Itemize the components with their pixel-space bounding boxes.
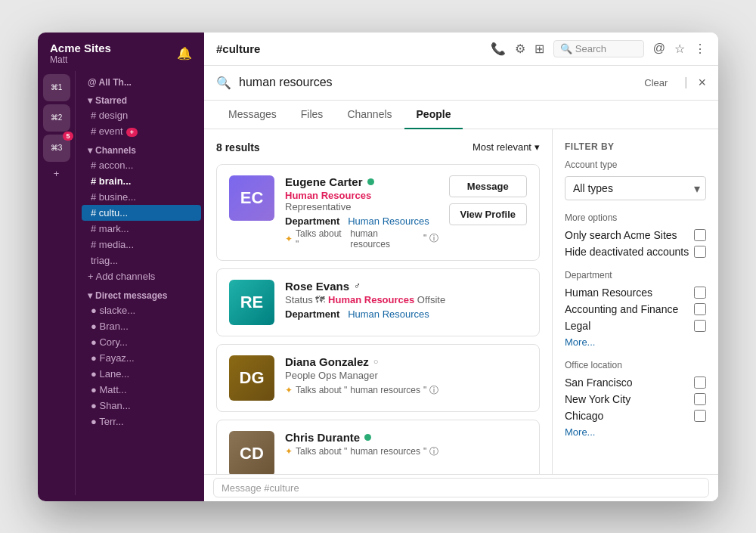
dept-af-label: Accounting and Finance [565,303,678,315]
loc-nyc-label: New York City [565,393,631,405]
search-close-button[interactable]: × [698,75,706,91]
dept-hr-checkbox[interactable] [694,287,706,299]
tab-people[interactable]: People [404,101,463,129]
avatar-cd: CD [229,431,274,474]
sidebar: Acme Sites Matt 🔔 ⌘1 ⌘2 ⌘35 + @ All Th..… [38,33,204,501]
header-search-bar[interactable]: 🔍 Search [553,40,644,57]
loc-chi-row: Chicago [565,410,706,422]
at-icon[interactable]: @ [653,42,665,55]
main-area: #culture 📞 ⚙ ⊞ 🔍 Search @ ☆ ⋮ [204,33,718,501]
workspace-icon-3[interactable]: ⌘35 [43,135,70,162]
only-search-row: Only search Acme Sites [565,229,706,241]
channel-triag[interactable]: triag... [82,253,201,268]
workspace-header: Acme Sites Matt 🔔 [38,39,204,71]
dm-bran[interactable]: ● Bran... [82,318,201,334]
search-clear-button[interactable]: Clear [638,77,674,88]
person-name-dg: Diana Gonzalez [285,355,369,368]
talks-link-ec[interactable]: human resources [350,228,420,249]
message-bar: Message #culture [204,474,718,501]
dept-legal-checkbox[interactable] [694,320,706,332]
account-type-select-wrapper: All types Member Guest ▾ [565,176,706,200]
online-status-cd [364,434,371,441]
tab-channels[interactable]: Channels [335,101,404,129]
add-channel-button[interactable]: + Add channels [79,268,204,284]
dept-value-re[interactable]: Human Resources [348,308,429,320]
workspace-icon-2[interactable]: ⌘2 [43,104,70,132]
only-search-checkbox[interactable] [694,229,706,241]
loc-chi-checkbox[interactable] [694,410,706,422]
channel-busine[interactable]: # busine... [82,189,201,205]
person-actions-ec: Message View Profile [449,175,527,225]
channel-brain[interactable]: # brain... [82,173,201,189]
all-threads-label[interactable]: @ All Th... [79,71,204,89]
workspace-icon-1[interactable]: ⌘1 [43,74,70,101]
talks-about-dg: ✦ Talks about "human resources" ⓘ [285,384,527,397]
tab-messages[interactable]: Messages [216,101,289,129]
filter-title: Filter by [565,141,706,152]
loc-sf-label: San Francisco [565,377,632,389]
starred-section-label[interactable]: ▾ Starred [79,89,204,107]
dm-lane[interactable]: ● Lane... [82,366,201,382]
dm-matt[interactable]: ● Matt... [82,382,201,398]
account-type-select[interactable]: All types Member Guest [565,176,706,200]
dept-hr-label: Human Resources [565,287,652,299]
channel-mark[interactable]: # mark... [82,221,201,237]
header-icons: 📞 ⚙ ⊞ 🔍 Search @ ☆ ⋮ [491,40,706,57]
talks-link-dg[interactable]: human resources [350,385,420,395]
hide-deactivated-checkbox[interactable] [694,246,706,258]
dm-slacke[interactable]: ● slacke... [82,302,201,318]
loc-nyc-checkbox[interactable] [694,393,706,405]
view-profile-button-ec[interactable]: View Profile [449,203,527,225]
tab-files[interactable]: Files [289,101,336,129]
star-icon[interactable]: ☆ [674,42,685,56]
sort-select[interactable]: Most relevant ▾ [472,141,540,153]
workspace-user: Matt [50,54,111,65]
gear-icon[interactable]: ⚙ [515,42,525,56]
channel-title: #culture [216,42,260,55]
dm-shan[interactable]: ● Shan... [82,398,201,414]
channel-accon[interactable]: # accon... [82,157,201,173]
person-card-dg: DG Diana Gonzalez ○ People Ops Manager [216,344,540,412]
account-type-label: Account type [565,160,706,170]
more-options-label: More options [565,212,706,223]
person-info-ec: Eugene Carter Human Resources Representa… [285,175,438,249]
hide-deactivated-row: Hide deactivated accounts [565,246,706,258]
app-window: Acme Sites Matt 🔔 ⌘1 ⌘2 ⌘35 + @ All Th..… [38,33,718,501]
channel-list: @ All Th... ▾ Starred # design # event+ … [76,71,204,495]
talks-link-cd[interactable]: human resources [350,446,420,457]
person-name-cd: Chris Durante [285,431,360,444]
add-workspace-icon[interactable]: + [54,165,60,182]
layout-icon[interactable]: ⊞ [534,42,544,56]
bell-icon[interactable]: 🔔 [177,46,192,60]
status-emoji-re: 🗺 [315,294,325,305]
person-title-dg: People Ops Manager [285,370,527,381]
dept-more-link[interactable]: More... [565,336,706,348]
search-icon: 🔍 [560,43,572,54]
channel-events[interactable]: # event+ [82,123,201,139]
dm-section-label[interactable]: ▾ Direct messages [79,284,204,302]
more-options-section: More options Only search Acme Sites Hide… [565,212,706,258]
message-button-ec[interactable]: Message [449,175,527,197]
person-name-re: Rose Evans [285,280,349,293]
dept-af-checkbox[interactable] [694,303,706,315]
dept-value-ec[interactable]: Human Resources [348,215,429,227]
loc-sf-checkbox[interactable] [694,377,706,389]
channel-media[interactable]: # media... [82,237,201,253]
workspace-name[interactable]: Acme Sites [50,42,111,54]
results-count: 8 results [216,141,260,153]
person-name-row-dg: Diana Gonzalez ○ [285,355,527,368]
message-input[interactable]: Message #culture [213,478,709,497]
sort-chevron-icon: ▾ [534,141,540,153]
dm-cory[interactable]: ● Cory... [82,334,201,350]
channel-cultu[interactable]: # cultu... [82,205,201,221]
loc-more-link[interactable]: More... [565,426,706,438]
search-input[interactable] [239,76,631,89]
dept-legal-row: Legal [565,320,706,332]
dm-terr[interactable]: ● Terr... [82,414,201,429]
channel-design[interactable]: # design [82,107,201,123]
channels-section-label[interactable]: ▾ Channels [79,139,204,157]
more-icon[interactable]: ⋮ [694,42,706,56]
person-name-row-cd: Chris Durante [285,431,527,444]
call-icon[interactable]: 📞 [491,42,506,56]
dm-fayaz[interactable]: ● Fayaz... [82,350,201,366]
